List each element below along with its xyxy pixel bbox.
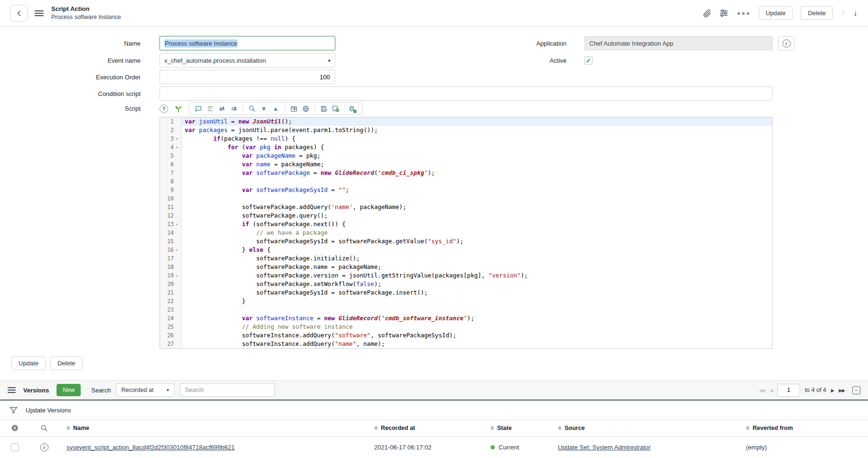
- back-button[interactable]: [10, 5, 28, 21]
- toggle-comment-icon[interactable]: [192, 104, 204, 114]
- code-line[interactable]: 5 var packageName = pkg;: [160, 152, 772, 160]
- find-next-icon[interactable]: ▾: [258, 104, 270, 114]
- save-icon[interactable]: [318, 104, 330, 114]
- find-previous-icon[interactable]: ▴: [270, 104, 282, 114]
- line-number-gutter[interactable]: 1: [160, 117, 182, 126]
- code-line[interactable]: 11 softwarePackage.addQuery('name', pack…: [160, 203, 772, 211]
- delete-button[interactable]: Delete: [801, 6, 833, 20]
- line-number-gutter[interactable]: 14: [160, 229, 182, 237]
- event-name-select[interactable]: x_chef_automate.process.installation ▾: [160, 53, 335, 67]
- code-line[interactable]: 7 var softwarePackage = new GlideRecord(…: [160, 169, 772, 177]
- code-line[interactable]: 15 softwarePackageSysId = softwarePackag…: [160, 237, 772, 246]
- code-line[interactable]: 12 softwarePackage.query();: [160, 211, 772, 220]
- code-line[interactable]: 13▾ if (softwarePackage.next()) {: [160, 220, 772, 229]
- code-line[interactable]: 8: [160, 177, 772, 186]
- line-number-gutter[interactable]: 13▾: [160, 220, 182, 229]
- condition-script-input[interactable]: [160, 86, 773, 101]
- row-info-icon[interactable]: i: [40, 443, 48, 451]
- code-line[interactable]: 14 // we have a package: [160, 229, 772, 237]
- line-number-gutter[interactable]: 4▾: [160, 143, 182, 152]
- search-icon[interactable]: [246, 104, 258, 114]
- column-header-source[interactable]: Source: [565, 425, 585, 431]
- code-line[interactable]: 1var jsonUtil = new JsonUtil();: [160, 117, 772, 126]
- code-line[interactable]: 16▾ } else {: [160, 246, 772, 254]
- fold-arrow-icon[interactable]: ▾: [175, 134, 181, 143]
- code-line[interactable]: 18 softwarePackage.name = packageName;: [160, 263, 772, 271]
- list-context-menu-icon[interactable]: [8, 385, 16, 395]
- column-menu-icon[interactable]: ≡: [66, 425, 70, 431]
- line-number-gutter[interactable]: 9: [160, 186, 182, 194]
- next-record-icon[interactable]: ↓: [853, 8, 858, 18]
- active-checkbox[interactable]: ✓: [585, 57, 593, 65]
- more-options-icon[interactable]: ∘∘∘: [736, 10, 750, 17]
- line-number-gutter[interactable]: 7: [160, 169, 182, 177]
- code-line[interactable]: 24 var softwareInstance = new GlideRecor…: [160, 314, 772, 323]
- line-number-gutter[interactable]: 3▾: [160, 134, 182, 143]
- code-line[interactable]: 17 softwarePackage.initialize();: [160, 254, 772, 263]
- fold-arrow-icon[interactable]: ▾: [175, 143, 181, 152]
- update-button-bottom[interactable]: Update: [11, 356, 46, 370]
- list-settings-gear-icon[interactable]: ⚙: [11, 424, 18, 432]
- open-in-window-icon[interactable]: [288, 104, 300, 114]
- line-number-gutter[interactable]: 22: [160, 297, 182, 305]
- syntax-editor-toggle-icon[interactable]: [174, 104, 183, 114]
- new-button[interactable]: New: [57, 384, 81, 396]
- line-number-gutter[interactable]: 17: [160, 254, 182, 263]
- code-line[interactable]: 21 softwarePackageSysId = softwarePackag…: [160, 288, 772, 297]
- format-code-icon[interactable]: [204, 104, 216, 114]
- code-line[interactable]: 19▾ softwarePackage.version = jsonUtil.g…: [160, 271, 772, 280]
- code-line[interactable]: 4▾ for (var pkg in packages) {: [160, 143, 772, 152]
- line-number-gutter[interactable]: 11: [160, 203, 182, 211]
- code-line[interactable]: 9 var softwarePackageSysId = "";: [160, 186, 772, 194]
- script-code-editor[interactable]: 1var jsonUtil = new JsonUtil();2var pack…: [160, 117, 773, 349]
- name-input[interactable]: Process software Instance: [160, 36, 335, 50]
- line-number-gutter[interactable]: 21: [160, 288, 182, 297]
- line-number-gutter[interactable]: 23: [160, 305, 182, 314]
- line-number-gutter[interactable]: 19▾: [160, 271, 182, 280]
- code-line[interactable]: 20 softwarePackage.setWorkflow(false);: [160, 280, 772, 288]
- page-number-input[interactable]: [777, 384, 800, 397]
- application-info-button[interactable]: i: [778, 36, 794, 50]
- line-number-gutter[interactable]: 24: [160, 314, 182, 323]
- fold-arrow-icon[interactable]: ▾: [175, 271, 181, 280]
- line-number-gutter[interactable]: 10: [160, 194, 182, 203]
- row-checkbox[interactable]: [11, 443, 19, 451]
- line-number-gutter[interactable]: 16▾: [160, 246, 182, 254]
- versions-tab[interactable]: Versions: [23, 387, 49, 394]
- code-line[interactable]: 22 }: [160, 297, 772, 305]
- fold-arrow-icon[interactable]: ▾: [175, 246, 181, 254]
- column-search-icon[interactable]: [40, 424, 48, 432]
- script-help-icon[interactable]: ?: [160, 105, 168, 113]
- search-column-select[interactable]: Recorded at ▼: [116, 383, 174, 397]
- next-page-icon[interactable]: ▶: [831, 388, 834, 393]
- editor-settings-icon[interactable]: ⚙: [348, 104, 359, 114]
- attachment-paperclip-icon[interactable]: [703, 9, 711, 18]
- line-number-gutter[interactable]: 12: [160, 211, 182, 220]
- save-and-check-icon[interactable]: [330, 104, 341, 114]
- line-number-gutter[interactable]: 27: [160, 340, 182, 348]
- filter-funnel-icon[interactable]: [9, 406, 18, 415]
- line-number-gutter[interactable]: 20: [160, 280, 182, 288]
- last-page-icon[interactable]: ▶▶: [839, 388, 845, 393]
- column-menu-icon[interactable]: ≡: [558, 425, 561, 431]
- column-menu-icon[interactable]: ≡: [746, 425, 749, 431]
- list-breadcrumb[interactable]: Update Versions: [26, 407, 71, 414]
- execution-order-input[interactable]: [160, 70, 335, 84]
- column-menu-icon[interactable]: ≡: [491, 425, 494, 431]
- line-number-gutter[interactable]: 26: [160, 331, 182, 340]
- list-search-input[interactable]: [180, 383, 275, 397]
- line-number-gutter[interactable]: 25: [160, 323, 182, 331]
- code-line[interactable]: 26 softwareInstance.addQuery("software",…: [160, 331, 772, 340]
- line-number-gutter[interactable]: 2: [160, 126, 182, 134]
- form-context-menu-icon[interactable]: [35, 9, 44, 18]
- source-link[interactable]: Update Set: System Administrator: [558, 444, 651, 451]
- collapse-list-icon[interactable]: −: [852, 386, 860, 394]
- version-name-link[interactable]: sysevent_script_action_8acd4f2d2f303010f…: [66, 444, 235, 451]
- column-menu-icon[interactable]: ≡: [374, 425, 377, 431]
- check-syntax-icon[interactable]: [300, 104, 311, 114]
- replace-icon[interactable]: ⇄: [216, 104, 228, 114]
- line-number-gutter[interactable]: 5: [160, 152, 182, 160]
- fold-arrow-icon[interactable]: ▾: [175, 220, 181, 229]
- line-number-gutter[interactable]: 8: [160, 177, 182, 186]
- update-button[interactable]: Update: [759, 6, 793, 20]
